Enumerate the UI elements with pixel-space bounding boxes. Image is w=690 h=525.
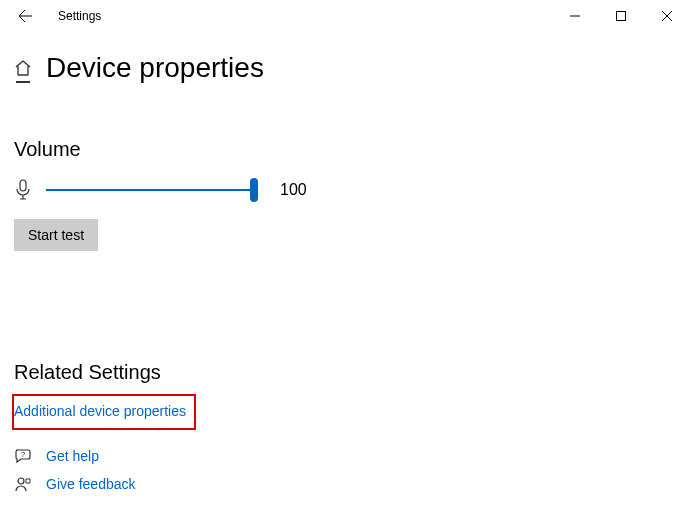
home-button[interactable] xyxy=(14,59,32,83)
highlighted-link-box: Additional device properties xyxy=(12,394,196,430)
related-settings-heading: Related Settings xyxy=(14,361,676,384)
page-header: Device properties xyxy=(14,52,676,84)
close-icon xyxy=(662,11,672,21)
arrow-left-icon xyxy=(17,8,33,24)
home-underline xyxy=(16,81,30,83)
svg-text:?: ? xyxy=(21,450,26,459)
get-help-row: ? Get help xyxy=(14,448,676,464)
close-button[interactable] xyxy=(644,0,690,32)
slider-track xyxy=(46,189,256,191)
content-area: Device properties Volume 100 Start test … xyxy=(0,32,690,492)
volume-slider[interactable] xyxy=(46,180,256,200)
volume-value: 100 xyxy=(280,181,307,199)
window-controls xyxy=(552,0,690,32)
back-button[interactable] xyxy=(8,0,42,32)
get-help-icon: ? xyxy=(14,448,32,464)
minimize-button[interactable] xyxy=(552,0,598,32)
app-title: Settings xyxy=(58,9,101,23)
titlebar: Settings xyxy=(0,0,690,32)
maximize-icon xyxy=(616,11,626,21)
get-help-link[interactable]: Get help xyxy=(46,448,99,464)
svg-point-3 xyxy=(18,478,24,484)
start-test-button[interactable]: Start test xyxy=(14,219,98,251)
home-icon xyxy=(14,59,32,77)
svg-rect-0 xyxy=(617,12,626,21)
maximize-button[interactable] xyxy=(598,0,644,32)
additional-device-properties-link[interactable]: Additional device properties xyxy=(14,403,186,419)
microphone-icon xyxy=(14,179,32,201)
page-title: Device properties xyxy=(46,52,264,84)
slider-thumb[interactable] xyxy=(250,178,258,202)
volume-heading: Volume xyxy=(14,138,676,161)
volume-control-row: 100 xyxy=(14,179,676,201)
minimize-icon xyxy=(570,11,580,21)
feedback-icon xyxy=(14,476,32,492)
give-feedback-link[interactable]: Give feedback xyxy=(46,476,136,492)
svg-rect-1 xyxy=(20,180,26,191)
give-feedback-row: Give feedback xyxy=(14,476,676,492)
